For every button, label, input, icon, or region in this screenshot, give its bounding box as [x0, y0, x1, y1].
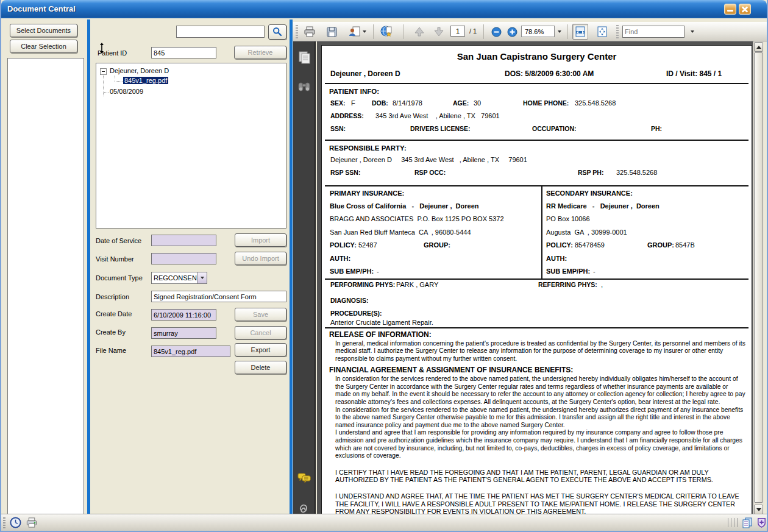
binoculars-search-icon — [297, 79, 311, 94]
print-button[interactable] — [302, 24, 318, 40]
print-icon — [304, 26, 316, 38]
search-panel-button[interactable] — [297, 79, 311, 94]
doc-procedures-label: PROCEDURE(S): — [330, 310, 382, 317]
doc-responsible-header: RESPONSIBLE PARTY: — [322, 141, 752, 152]
page-number-input[interactable] — [450, 26, 465, 37]
find-combobox[interactable] — [622, 26, 684, 38]
cancel-button[interactable]: Cancel — [235, 326, 286, 339]
prev-page-icon — [414, 26, 425, 37]
previous-page-button[interactable] — [411, 24, 427, 40]
date-of-service-label: Date of Service — [96, 237, 141, 244]
tree-node-date[interactable]: 05/08/2009 — [110, 88, 143, 95]
doc-primary-address1: BRAGG AND ASSOCIATES P.O. Box 1125 PO BO… — [330, 215, 504, 222]
scrollbar-thumb[interactable] — [754, 52, 763, 503]
left-splitter[interactable] — [87, 20, 90, 515]
doc-secondary-subemp-label: SUB EMP/PH: — [546, 268, 590, 275]
doc-release-header: RELEASE OF INFORMATION: — [322, 328, 752, 339]
doc-understand-text: I UNDERSTAND AND AGREE THAT, AT THE TIME… — [322, 491, 752, 515]
combo-arrow-icon[interactable] — [197, 272, 207, 283]
comments-panel-button[interactable] — [297, 471, 311, 486]
printer-icon[interactable] — [26, 517, 38, 531]
patient-id-input[interactable] — [151, 47, 216, 59]
visit-number-label: Visit Number — [96, 255, 134, 263]
pages-panel-button[interactable] — [297, 50, 311, 65]
statusbar — [1, 514, 767, 531]
copy-pages-icon[interactable] — [741, 517, 753, 531]
right-splitter[interactable] — [290, 20, 293, 515]
document-scrollbar[interactable] — [753, 41, 764, 515]
select-documents-button[interactable]: Select Documents — [10, 24, 77, 37]
doc-dob-value: 8/14/1978 — [393, 99, 422, 107]
doc-referring-label: REFERRING PHYS: — [538, 281, 597, 288]
description-field[interactable] — [151, 291, 286, 302]
fit-page-button[interactable] — [594, 24, 610, 40]
titlebar[interactable]: Document Central — [1, 0, 767, 18]
doc-dos-value: 5/8/2009 6:30:00 AM — [525, 69, 594, 78]
search-icon — [272, 27, 282, 37]
search-input[interactable] — [176, 26, 265, 38]
selected-documents-list[interactable] — [7, 58, 84, 515]
doc-secondary-policy-value: 85478459 — [575, 241, 605, 249]
doc-header-row: Dejeuner , Doreen D DOS: 5/8/2009 6:30:0… — [322, 69, 752, 83]
zoom-dropdown-caret[interactable] — [555, 24, 564, 40]
save-icon — [326, 26, 338, 38]
web-capture-button[interactable] — [379, 24, 394, 40]
scroll-up-icon[interactable] — [754, 42, 763, 52]
close-icon[interactable] — [739, 4, 751, 15]
secure-badge-icon[interactable] — [756, 517, 767, 531]
file-name-label: File Name — [96, 347, 126, 354]
tree-node-document-selected[interactable]: 845v1_reg.pdf — [123, 77, 168, 84]
doc-idvisit-value: 845 / 1 — [699, 69, 722, 78]
export-pages-button[interactable] — [347, 24, 368, 40]
doc-financial-p2: In consideration for the services render… — [322, 406, 752, 430]
visit-number-field[interactable] — [151, 253, 216, 264]
doc-referring-value: , — [601, 281, 603, 288]
doc-secondary-policy-label: POLICY: — [546, 241, 573, 249]
doc-patient-name: Dejeuner , Doreen D — [330, 69, 400, 78]
save-copy-button[interactable] — [324, 24, 340, 40]
export-button[interactable]: Export — [235, 343, 286, 356]
export-page-icon — [349, 26, 361, 38]
zoom-in-button[interactable] — [504, 24, 520, 40]
undo-import-button[interactable]: Undo Import — [235, 252, 286, 265]
toolbar-grip[interactable] — [296, 25, 298, 38]
find-dropdown-caret[interactable] — [688, 24, 697, 40]
date-of-service-field[interactable] — [151, 235, 216, 246]
document-tree[interactable]: Dejeuner, Doreen D 845v1_reg.pdf 05/08/2… — [96, 63, 286, 229]
next-page-icon — [433, 26, 444, 37]
next-page-button[interactable] — [431, 24, 447, 40]
retrieve-button[interactable]: Retrieve — [234, 46, 286, 59]
pdf-navigation-sidebar — [293, 41, 316, 515]
comments-icon — [297, 471, 311, 486]
import-button[interactable]: Import — [235, 233, 286, 247]
doc-primary-group-label: GROUP: — [424, 241, 450, 249]
zoom-out-button[interactable] — [488, 24, 504, 40]
save-button[interactable]: Save — [235, 308, 286, 321]
create-date-label: Create Date — [96, 310, 132, 317]
tree-collapse-toggle-icon[interactable] — [100, 68, 107, 75]
create-by-label: Create By — [96, 328, 126, 336]
zoom-level-combobox[interactable]: 78.6% — [521, 26, 555, 37]
search-button[interactable] — [268, 24, 286, 40]
doc-primary-subemp-label: SUB EMP/PH: — [330, 268, 374, 275]
doc-secondary-carrier: RR Medicare - Dejeuner , Doreen — [546, 202, 660, 210]
clock-icon[interactable] — [10, 517, 21, 531]
toolbar-grip[interactable] — [616, 25, 619, 38]
doc-rsp-ph-label: RSP PH: — [578, 169, 603, 176]
clear-selection-button[interactable]: Clear Selection — [10, 40, 77, 53]
doc-certify-text: I CERTIFY THAT I HAVE READ THE FOREGOING… — [322, 467, 752, 484]
fit-width-button[interactable] — [572, 24, 588, 40]
document-type-combobox[interactable]: REGCONSENT — [151, 272, 207, 284]
doc-financial-p3: I understand and agree that I am respons… — [322, 429, 752, 459]
doc-address-value: 345 3rd Ave West , Abilene , TX 79601 — [375, 112, 500, 119]
doc-insurance-section: PRIMARY INSURANCE: Blue Cross of Califor… — [325, 185, 748, 278]
tree-node-patient[interactable]: Dejeuner, Doreen D — [110, 67, 169, 74]
delete-button[interactable]: Delete — [235, 361, 286, 374]
doc-age-label: AGE: — [453, 99, 469, 107]
minimize-icon[interactable] — [724, 4, 736, 15]
scroll-down-icon[interactable] — [754, 505, 763, 514]
create-date-field[interactable] — [151, 309, 216, 321]
file-name-field[interactable] — [151, 346, 230, 357]
doc-primary-carrier: Blue Cross of California - Dejeuner , Do… — [330, 202, 479, 210]
create-by-field[interactable] — [151, 327, 216, 339]
